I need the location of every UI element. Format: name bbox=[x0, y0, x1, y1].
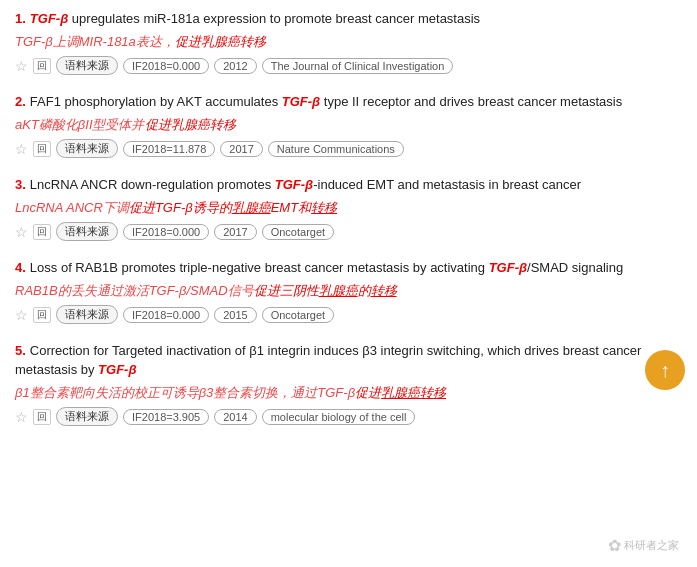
subtitle-part: 乳腺癌 bbox=[232, 200, 271, 215]
scroll-top-button[interactable]: ↑ bbox=[645, 350, 685, 390]
source-tag[interactable]: 语料来源 bbox=[56, 222, 118, 241]
subtitle-part: 促进三阴性 bbox=[254, 283, 319, 298]
journal-tag[interactable]: molecular biology of the cell bbox=[262, 409, 416, 425]
result-subtitle-1: TGF-β上调MIR-181a表达，促进乳腺癌转移 bbox=[15, 33, 682, 51]
subtitle-part: 的 bbox=[358, 283, 371, 298]
watermark: ✿ 科研者之家 bbox=[608, 536, 679, 555]
if-tag[interactable]: IF2018=3.905 bbox=[123, 409, 209, 425]
subtitle-part: 转移 bbox=[420, 385, 446, 400]
source-tag[interactable]: 语料来源 bbox=[56, 56, 118, 75]
bookmark-icon[interactable]: 回 bbox=[33, 307, 51, 323]
title-part: Loss of RAB1B promotes triple-negative b… bbox=[30, 260, 489, 275]
result-meta-4: ☆回语料来源IF2018=0.0002015Oncotarget bbox=[15, 305, 682, 324]
journal-tag[interactable]: The Journal of Clinical Investigation bbox=[262, 58, 454, 74]
up-arrow-icon: ↑ bbox=[660, 359, 670, 382]
title-part: -induced EMT and metastasis in breast ca… bbox=[313, 177, 581, 192]
title-part: TGF-β bbox=[30, 11, 68, 26]
result-title-5: 5.Correction for Targeted inactivation o… bbox=[15, 342, 682, 380]
year-tag[interactable]: 2017 bbox=[220, 141, 262, 157]
star-icon[interactable]: ☆ bbox=[15, 409, 28, 425]
source-tag[interactable]: 语料来源 bbox=[56, 305, 118, 324]
title-part: type II receptor and drives breast cance… bbox=[320, 94, 622, 109]
result-number-2: 2. bbox=[15, 94, 26, 109]
bookmark-icon[interactable]: 回 bbox=[33, 224, 51, 240]
subtitle-part: TGF-β上调MIR-181a表达， bbox=[15, 34, 175, 49]
star-icon[interactable]: ☆ bbox=[15, 307, 28, 323]
year-tag[interactable]: 2012 bbox=[214, 58, 256, 74]
star-icon[interactable]: ☆ bbox=[15, 58, 28, 74]
title-part: TGF-β bbox=[282, 94, 320, 109]
subtitle-part: RAB1B的丢失通过激活TGF-β/SMAD信号 bbox=[15, 283, 254, 298]
result-item-2: 2.FAF1 phosphorylation by AKT accumulate… bbox=[15, 93, 682, 158]
result-title-3: 3.LncRNA ANCR down-regulation promotes T… bbox=[15, 176, 682, 195]
bookmark-icon[interactable]: 回 bbox=[33, 409, 51, 425]
if-tag[interactable]: IF2018=11.878 bbox=[123, 141, 215, 157]
star-icon[interactable]: ☆ bbox=[15, 141, 28, 157]
subtitle-part: 乳腺癌 bbox=[319, 283, 358, 298]
title-part: /SMAD signaling bbox=[527, 260, 623, 275]
result-subtitle-3: LncRNA ANCR下调促进TGF-β诱导的乳腺癌EMT和转移 bbox=[15, 199, 682, 217]
result-item-5: 5.Correction for Targeted inactivation o… bbox=[15, 342, 682, 426]
journal-tag[interactable]: Oncotarget bbox=[262, 307, 334, 323]
subtitle-part: LncRNA ANCR下调 bbox=[15, 200, 129, 215]
subtitle-part: 促进乳腺癌转移 bbox=[145, 117, 236, 132]
watermark-icon: ✿ bbox=[608, 536, 621, 555]
title-part: upregulates miR-181a expression to promo… bbox=[68, 11, 480, 26]
result-number-1: 1. bbox=[15, 11, 26, 26]
subtitle-part: 转移 bbox=[311, 200, 337, 215]
if-tag[interactable]: IF2018=0.000 bbox=[123, 224, 209, 240]
if-tag[interactable]: IF2018=0.000 bbox=[123, 307, 209, 323]
result-number-4: 4. bbox=[15, 260, 26, 275]
subtitle-part: aKT磷酸化βII型受体并 bbox=[15, 117, 145, 132]
result-number-3: 3. bbox=[15, 177, 26, 192]
title-part: LncRNA ANCR down-regulation promotes bbox=[30, 177, 275, 192]
result-title-1: 1.TGF-β upregulates miR-181a expression … bbox=[15, 10, 682, 29]
journal-tag[interactable]: Oncotarget bbox=[262, 224, 334, 240]
subtitle-part: EMT和 bbox=[271, 200, 311, 215]
result-subtitle-2: aKT磷酸化βII型受体并促进乳腺癌转移 bbox=[15, 116, 682, 134]
result-subtitle-5: β1整合素靶向失活的校正可诱导β3整合素切换，通过TGF-β促进乳腺癌转移 bbox=[15, 384, 682, 402]
result-meta-1: ☆回语料来源IF2018=0.0002012The Journal of Cli… bbox=[15, 56, 682, 75]
subtitle-part: 转移 bbox=[371, 283, 397, 298]
year-tag[interactable]: 2017 bbox=[214, 224, 256, 240]
title-part: FAF1 phosphorylation by AKT accumulates bbox=[30, 94, 282, 109]
source-tag[interactable]: 语料来源 bbox=[56, 407, 118, 426]
result-item-3: 3.LncRNA ANCR down-regulation promotes T… bbox=[15, 176, 682, 241]
result-item-1: 1.TGF-β upregulates miR-181a expression … bbox=[15, 10, 682, 75]
result-number-5: 5. bbox=[15, 343, 26, 358]
subtitle-part: 促进 bbox=[355, 385, 381, 400]
if-tag[interactable]: IF2018=0.000 bbox=[123, 58, 209, 74]
subtitle-part: 促进乳腺癌转移 bbox=[175, 34, 266, 49]
bookmark-icon[interactable]: 回 bbox=[33, 58, 51, 74]
title-part: TGF-β bbox=[489, 260, 527, 275]
subtitle-part: 促进TGF-β诱导的 bbox=[129, 200, 232, 215]
result-meta-5: ☆回语料来源IF2018=3.9052014molecular biology … bbox=[15, 407, 682, 426]
watermark-text: 科研者之家 bbox=[624, 538, 679, 553]
subtitle-part: 乳腺癌 bbox=[381, 385, 420, 400]
result-item-4: 4.Loss of RAB1B promotes triple-negative… bbox=[15, 259, 682, 324]
title-part: TGF-β bbox=[98, 362, 136, 377]
journal-tag[interactable]: Nature Communications bbox=[268, 141, 404, 157]
year-tag[interactable]: 2015 bbox=[214, 307, 256, 323]
source-tag[interactable]: 语料来源 bbox=[56, 139, 118, 158]
result-meta-3: ☆回语料来源IF2018=0.0002017Oncotarget bbox=[15, 222, 682, 241]
result-subtitle-4: RAB1B的丢失通过激活TGF-β/SMAD信号促进三阴性乳腺癌的转移 bbox=[15, 282, 682, 300]
star-icon[interactable]: ☆ bbox=[15, 224, 28, 240]
year-tag[interactable]: 2014 bbox=[214, 409, 256, 425]
title-part: TGF-β bbox=[275, 177, 313, 192]
result-title-2: 2.FAF1 phosphorylation by AKT accumulate… bbox=[15, 93, 682, 112]
subtitle-part: β1整合素靶向失活的校正可诱导β3整合素切换，通过TGF-β bbox=[15, 385, 355, 400]
result-meta-2: ☆回语料来源IF2018=11.8782017Nature Communicat… bbox=[15, 139, 682, 158]
result-title-4: 4.Loss of RAB1B promotes triple-negative… bbox=[15, 259, 682, 278]
bookmark-icon[interactable]: 回 bbox=[33, 141, 51, 157]
